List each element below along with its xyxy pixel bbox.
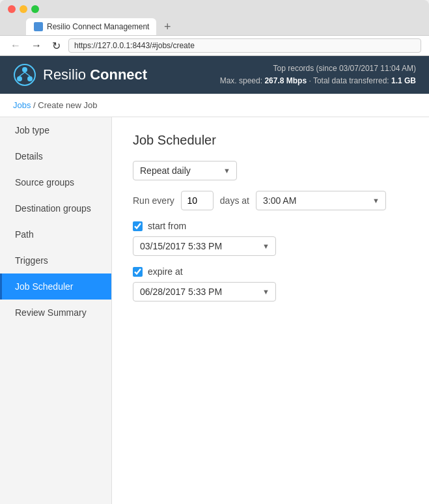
sidebar-item-triggers[interactable]: Triggers [0,247,111,273]
active-tab[interactable]: Resilio Connect Management ✕ [26,18,156,35]
expire-at-date-select[interactable]: 06/28/2017 5:33 PM [133,282,276,301]
expire-at-section: expire at 06/28/2017 5:33 PM ▼ [133,266,408,301]
close-button[interactable] [8,5,16,13]
sidebar-item-job-scheduler[interactable]: Job Scheduler [0,273,111,300]
svg-line-4 [20,72,25,76]
main-layout: Job type Details Source groups Destinati… [0,117,429,504]
sidebar: Job type Details Source groups Destinati… [0,117,112,504]
svg-point-1 [22,67,27,72]
sidebar-item-destination-groups[interactable]: Destination groups [0,195,111,221]
content-area: Job Scheduler Repeat daily Repeat weekly… [112,117,429,504]
time-select-wrapper: 12:00 AM 1:00 AM 2:00 AM 3:00 AM 4:00 AM… [256,191,386,210]
tab-close-icon[interactable]: ✕ [156,23,156,31]
breadcrumb-current: Create new Job [38,100,97,110]
sidebar-item-details[interactable]: Details [0,143,111,169]
back-button[interactable]: ← [8,40,23,51]
logo-icon [13,63,36,87]
new-tab-button[interactable]: + [161,20,174,34]
tab-favicon [34,22,43,31]
run-every-row: Run every days at 12:00 AM 1:00 AM 2:00 … [133,191,408,210]
svg-line-5 [25,72,30,76]
expire-at-label: expire at [148,266,183,277]
svg-point-3 [27,76,33,81]
browser-addressbar: ← → ↻ [0,35,429,56]
content-inner: Job Scheduler Repeat daily Repeat weekly… [112,117,429,328]
expire-at-date-wrapper: 06/28/2017 5:33 PM ▼ [133,282,276,301]
browser-tab-bar: Resilio Connect Management ✕ + [0,18,429,35]
repeat-type-select-wrapper: Repeat daily Repeat weekly Repeat monthl… [133,161,237,180]
expire-at-checkbox-row: expire at [133,266,408,277]
reload-button[interactable]: ↻ [49,40,63,52]
app-stats: Top records (since 03/07/2017 11:04 AM) … [220,63,416,87]
breadcrumb-separator: / [33,100,36,110]
app-logo-text: Resilio Connect [43,66,147,83]
stats-line2: Max. speed: 267.8 Mbps · Total data tran… [220,75,416,87]
run-every-input[interactable] [181,191,214,210]
start-from-checkbox[interactable] [133,221,143,231]
app-header: Resilio Connect Top records (since 03/07… [0,56,429,94]
minimize-button[interactable] [20,5,27,13]
expire-at-checkbox[interactable] [133,267,143,277]
svg-point-2 [17,76,22,81]
run-every-label: Run every [133,195,174,206]
traffic-lights [8,5,39,13]
breadcrumb-jobs-link[interactable]: Jobs [13,100,31,110]
browser-chrome: Resilio Connect Management ✕ + ← → ↻ [0,0,429,56]
sidebar-item-source-groups[interactable]: Source groups [0,169,111,195]
stats-line1: Top records (since 03/07/2017 11:04 AM) [220,63,416,75]
tab-label: Resilio Connect Management [47,22,149,31]
repeat-type-row: Repeat daily Repeat weekly Repeat monthl… [133,161,408,180]
maximize-button[interactable] [31,5,39,13]
repeat-type-select[interactable]: Repeat daily Repeat weekly Repeat monthl… [133,161,237,180]
start-from-label: start from [148,221,186,231]
forward-button[interactable]: → [29,40,44,51]
start-from-date-select[interactable]: 03/15/2017 5:33 PM [133,236,276,256]
start-from-date-wrapper: 03/15/2017 5:33 PM ▼ [133,236,276,256]
app-logo: Resilio Connect [13,63,147,87]
sidebar-item-job-type[interactable]: Job type [0,117,111,143]
sidebar-item-review-summary[interactable]: Review Summary [0,300,111,326]
time-select[interactable]: 12:00 AM 1:00 AM 2:00 AM 3:00 AM 4:00 AM… [256,191,386,210]
days-at-label: days at [220,195,249,206]
breadcrumb: Jobs / Create new Job [0,94,429,117]
page-title: Job Scheduler [133,133,408,148]
start-from-section: start from 03/15/2017 5:33 PM ▼ [133,221,408,256]
browser-titlebar [0,0,429,18]
address-bar[interactable] [68,38,421,53]
start-from-checkbox-row: start from [133,221,408,231]
sidebar-item-path[interactable]: Path [0,221,111,247]
